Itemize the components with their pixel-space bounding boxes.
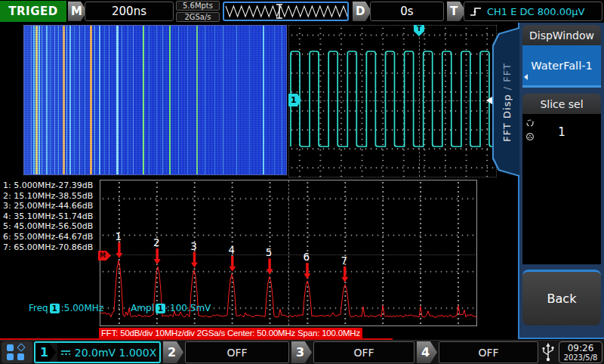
channel-1-badge: 1 — [35, 343, 56, 362]
slice-sel-box[interactable]: 1 — [522, 114, 601, 264]
trigger-info-text: CH1 E DC 800.00μV — [487, 6, 584, 17]
waterfall-harmonic-stripe — [128, 26, 128, 174]
channel-1-group[interactable]: 1 20.0mV 1.000X — [34, 341, 161, 363]
waterfall-harmonic-stripe — [39, 26, 40, 174]
tab-label-sub: / FFT — [501, 63, 513, 94]
tab-label-main: FFT Disp — [501, 94, 513, 141]
waterfall-harmonic-stripe — [205, 26, 205, 174]
svg-text:4: 4 — [229, 244, 236, 256]
usb-icon — [541, 342, 556, 363]
top-status-bar: TRIGED M 200ns 5.6Mpts 2GSa/s D 0s T CH1… — [0, 0, 604, 23]
acquisition-info: 5.6Mpts 2GSa/s — [176, 1, 220, 23]
peak-list-item: 1: 5.000MHz-27.39dB — [3, 180, 100, 191]
waterfall-harmonic-stripe — [94, 26, 95, 174]
channel-1-value: 20.0mV 1.000X — [75, 347, 157, 359]
peak-list-item: 6: 55.00MHz-64.67dB — [3, 232, 100, 242]
channel-3-value: OFF — [313, 341, 414, 363]
memory-depth: 5.6Mpts — [176, 1, 220, 11]
dc-coupling-icon — [60, 349, 71, 356]
clock[interactable]: 09:26 2023/5/8 — [559, 341, 602, 363]
channel-2-value: OFF — [185, 341, 289, 363]
waterfall-display[interactable] — [23, 25, 287, 175]
peak-list-item: 7: 65.00MHz-70.86dB — [3, 242, 100, 253]
slice-sel-value[interactable]: 1 — [522, 114, 601, 150]
waterfall-harmonic-stripe — [156, 26, 157, 174]
peak-list-item: 2: 15.10MHz-38.55dB — [3, 191, 100, 202]
waterfall-harmonic-stripe — [69, 26, 71, 174]
apps-icon[interactable] — [2, 341, 32, 363]
waterfall-harmonic-stripe — [263, 26, 264, 174]
ampl-value: :100.5mV — [167, 303, 211, 313]
channel1-badge: 1 — [50, 304, 60, 313]
trigger-info[interactable]: CH1 E DC 800.00μV — [464, 2, 602, 21]
tab-fft-disp-label: FFT Disp / FFT — [501, 63, 513, 142]
waterfall-harmonic-stripe — [187, 26, 188, 174]
waterfall-harmonic-stripe — [74, 26, 75, 174]
sample-rate: 2GSa/s — [176, 12, 220, 22]
svg-text:6: 6 — [304, 251, 310, 263]
waterfall-harmonic-stripe — [50, 26, 51, 174]
channel-3-badge: 3 — [291, 341, 312, 363]
channel-4-group[interactable]: 4 OFF — [417, 341, 538, 363]
waterfall-harmonic-stripe — [109, 26, 109, 174]
delay-value[interactable]: 0s — [370, 2, 444, 21]
waterfall-harmonic-stripe — [149, 26, 149, 174]
svg-text:7: 7 — [341, 254, 347, 267]
channel-2-group[interactable]: 2 OFF — [163, 341, 289, 363]
peak-list-item: 3: 25.00MHz-44.66dB — [3, 201, 100, 211]
record-preview-strip[interactable] — [223, 2, 349, 21]
waterfall-harmonic-stripe — [133, 26, 134, 174]
channel-3-group[interactable]: 3 OFF — [291, 341, 414, 363]
timebase-value[interactable]: 200ns — [85, 2, 174, 21]
bottom-status-bar: 1 20.0mV 1.000X 2 OFF 3 OFF 4 OFF — [0, 340, 604, 364]
waterfall-harmonic-stripe — [31, 26, 32, 174]
waterfall-harmonic-stripe — [282, 26, 282, 174]
menu-panel: DispWindow WaterFall-1 Slice sel 1 Back — [518, 23, 604, 339]
waterfall-harmonic-stripe — [122, 26, 122, 174]
measurement-readout: Freq 1 :5.00MHz Ampl 1 :100.5mV — [29, 303, 211, 313]
peak-list-item: 4: 35.10MHz-51.74dB — [3, 211, 100, 222]
disp-window-value[interactable]: WaterFall-1 — [522, 45, 601, 88]
waterfall-harmonic-stripe — [79, 26, 80, 174]
back-button[interactable]: Back — [522, 270, 601, 325]
tab-fft-disp-body: FFT Disp / FFT — [494, 29, 519, 175]
ampl-readout: Ampl 1 :100.5mV — [131, 303, 211, 313]
svg-text:2: 2 — [153, 236, 160, 248]
svg-text:5: 5 — [266, 246, 273, 258]
waterfall-harmonic-stripe — [66, 26, 67, 174]
waterfall-harmonic-stripe — [214, 26, 215, 174]
disp-window-header: DispWindow — [522, 25, 601, 45]
channel-2-badge: 2 — [163, 341, 183, 363]
waterfall-harmonic-stripe — [54, 26, 55, 174]
waterfall-harmonic-stripe — [143, 26, 144, 174]
waterfall-harmonic-stripe — [46, 26, 48, 174]
waveform-display[interactable] — [288, 25, 497, 177]
ampl-label: Ampl — [131, 303, 154, 313]
waterfall-harmonic-stripe — [85, 26, 85, 174]
clock-time: 09:26 — [559, 343, 602, 353]
freq-label: Freq — [29, 303, 48, 313]
rising-edge-icon — [470, 6, 482, 17]
freq-value: :5.00MHz — [61, 303, 103, 313]
peak-list-item: 5: 45.00MHz-56.50dB — [3, 221, 100, 232]
waterfall-harmonic-stripe — [178, 26, 179, 174]
fft-settings-bar: FFT: 50dB/div 10MHz/div 2GSa/s Center: 5… — [99, 328, 362, 338]
tab-fft-disp[interactable]: FFT Disp / FFT — [492, 27, 519, 177]
waterfall-harmonic-stripe — [274, 26, 275, 174]
channel-4-value: OFF — [439, 341, 538, 363]
waterfall-harmonic-stripe — [223, 26, 223, 174]
waterfall-harmonic-stripe — [58, 26, 59, 174]
waterfall-harmonic-stripe — [236, 26, 237, 174]
waterfall-harmonic-stripe — [169, 26, 171, 174]
waterfall-harmonic-stripe — [249, 26, 250, 174]
freq-readout: Freq 1 :5.00MHz — [29, 303, 103, 313]
waterfall-harmonic-stripe — [99, 26, 100, 174]
preview-waveform-icon — [224, 3, 347, 20]
delay-badge: D — [353, 2, 371, 21]
waterfall-harmonic-stripe — [162, 26, 163, 174]
waterfall-harmonic-stripe — [104, 26, 105, 174]
waterfall-harmonic-stripe — [196, 26, 198, 174]
waterfall-harmonic-stripe — [42, 26, 42, 174]
trigger-status-badge: TRIGED — [0, 1, 66, 22]
waterfall-harmonic-stripe — [35, 26, 38, 174]
